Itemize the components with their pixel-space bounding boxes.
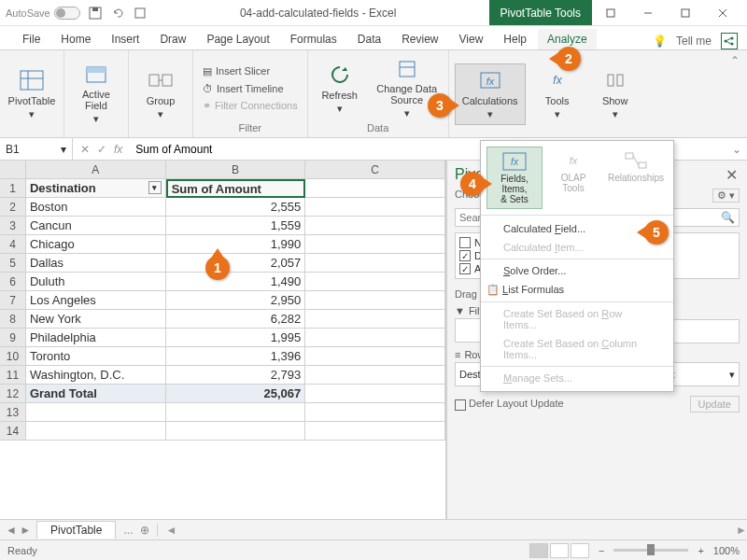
filter-dropdown-icon[interactable]: ▾ xyxy=(148,181,162,194)
tab-formulas[interactable]: Formulas xyxy=(281,29,346,49)
cell[interactable]: 2,950 xyxy=(166,291,306,310)
cell[interactable]: 25,067 xyxy=(166,385,306,403)
cell[interactable]: 2,057 xyxy=(166,254,306,273)
sheet-nav-arrows[interactable]: ◄ ► xyxy=(0,524,36,537)
cell[interactable]: 1,990 xyxy=(166,235,306,254)
cell[interactable]: 2,793 xyxy=(166,366,306,385)
cell[interactable]: Washington, D.C. xyxy=(26,366,166,385)
cell[interactable]: Grand Total xyxy=(26,385,166,403)
row-header[interactable]: 14 xyxy=(0,422,26,441)
row-header[interactable]: 10 xyxy=(0,347,26,366)
zoom-slider[interactable] xyxy=(613,549,688,552)
update-button[interactable]: Update xyxy=(690,396,740,413)
autosave-control[interactable]: AutoSave xyxy=(6,7,80,20)
tab-review[interactable]: Review xyxy=(392,29,447,49)
ribbon-options-icon[interactable] xyxy=(592,0,629,26)
cell[interactable]: 1,490 xyxy=(166,273,306,291)
collapse-ribbon-icon[interactable]: ⌃ xyxy=(723,50,747,137)
save-icon[interactable] xyxy=(88,6,103,21)
chevron-down-icon[interactable]: ▾ xyxy=(729,369,735,381)
cell[interactable]: Chicago xyxy=(26,235,166,254)
checkbox-icon[interactable] xyxy=(455,399,466,411)
enter-icon[interactable]: ✓ xyxy=(97,143,106,156)
undo-icon[interactable] xyxy=(110,6,125,21)
cell[interactable] xyxy=(305,422,445,441)
expand-formula-bar-icon[interactable]: ⌄ xyxy=(726,143,747,156)
cell[interactable] xyxy=(305,273,445,291)
cell[interactable]: Philadelphia xyxy=(26,329,166,347)
close-button[interactable] xyxy=(704,0,741,26)
tab-insert[interactable]: Insert xyxy=(102,29,148,49)
cell[interactable] xyxy=(305,254,445,273)
row-header[interactable]: 12 xyxy=(0,385,26,403)
col-header-b[interactable]: B xyxy=(166,161,306,179)
row-header[interactable]: 9 xyxy=(0,329,26,347)
row-header[interactable]: 4 xyxy=(0,235,26,254)
maximize-button[interactable] xyxy=(667,0,704,26)
sheet-tab-overflow[interactable]: ...⊕ xyxy=(116,524,157,537)
checkbox-icon[interactable]: ✓ xyxy=(459,250,471,261)
cell[interactable] xyxy=(305,403,445,422)
activefield-button[interactable]: Active Field ▾ xyxy=(70,63,122,125)
insert-slicer-button[interactable]: ▤Insert Slicer xyxy=(199,63,302,79)
select-all-corner[interactable] xyxy=(0,161,26,179)
col-header-a[interactable]: A xyxy=(26,161,166,179)
gear-icon[interactable]: ⚙ ▾ xyxy=(712,189,740,203)
cell[interactable] xyxy=(305,217,445,235)
cell[interactable] xyxy=(305,385,445,403)
group-button[interactable]: Group ▾ xyxy=(134,63,187,125)
cell[interactable] xyxy=(305,291,445,310)
checkbox-icon[interactable] xyxy=(459,237,471,248)
cell[interactable] xyxy=(305,310,445,329)
cell[interactable] xyxy=(305,198,445,217)
row-header[interactable]: 6 xyxy=(0,273,26,291)
tab-home[interactable]: Home xyxy=(51,29,100,49)
col-header-c[interactable]: C xyxy=(305,161,445,179)
menu-list-formulas[interactable]: 📋 List Formulas xyxy=(481,280,673,300)
tell-me-icon[interactable]: 💡 xyxy=(653,35,667,48)
cell[interactable]: Destination▾ xyxy=(26,179,166,198)
zoom-in-icon[interactable]: + xyxy=(698,545,703,556)
cell[interactable]: 1,559 xyxy=(166,217,306,235)
minimize-button[interactable] xyxy=(629,0,667,26)
cell[interactable] xyxy=(26,403,166,422)
cell[interactable] xyxy=(305,179,445,198)
fx-icon[interactable]: fx xyxy=(114,143,122,156)
page-layout-view-button[interactable] xyxy=(550,543,569,558)
row-header[interactable]: 3 xyxy=(0,217,26,235)
menu-solve-order[interactable]: Solve Order... xyxy=(481,261,673,280)
cell[interactable]: 2,555 xyxy=(166,198,306,217)
calculations-button[interactable]: fx Calculations ▾ xyxy=(455,63,526,125)
grid-body[interactable]: 1Destination▾Sum of Amount2Boston2,5553C… xyxy=(0,179,445,519)
zoom-out-icon[interactable]: − xyxy=(599,545,604,556)
insert-timeline-button[interactable]: ⏱Insert Timeline xyxy=(199,81,302,96)
cell[interactable] xyxy=(166,403,306,422)
name-box[interactable]: B1▾ xyxy=(0,138,73,160)
cell[interactable] xyxy=(305,329,445,347)
pivottable-button[interactable]: PivotTable ▾ xyxy=(6,63,58,125)
cell[interactable]: Sum of Amount xyxy=(166,179,306,198)
cell[interactable]: Boston xyxy=(26,198,166,217)
cancel-icon[interactable]: ✕ xyxy=(80,143,90,156)
row-header[interactable]: 2 xyxy=(0,198,26,217)
show-button[interactable]: Show ▾ xyxy=(589,63,641,125)
cell[interactable] xyxy=(166,422,306,441)
chevron-down-icon[interactable]: ▾ xyxy=(61,143,66,156)
cell[interactable]: 1,995 xyxy=(166,329,306,347)
horizontal-scrollbar[interactable]: ◄ ► xyxy=(157,524,747,537)
add-sheet-icon[interactable]: ⊕ xyxy=(140,524,149,537)
tab-draw[interactable]: Draw xyxy=(150,29,195,49)
share-icon[interactable] xyxy=(721,33,738,49)
row-header[interactable]: 7 xyxy=(0,291,26,310)
new-icon[interactable] xyxy=(133,6,148,21)
tab-view[interactable]: View xyxy=(450,29,493,49)
cell[interactable]: New York xyxy=(26,310,166,329)
row-header[interactable]: 8 xyxy=(0,310,26,329)
page-break-view-button[interactable] xyxy=(571,543,589,558)
cell[interactable] xyxy=(305,366,445,385)
cell[interactable]: Cancun xyxy=(26,217,166,235)
cell[interactable]: Dallas xyxy=(26,254,166,273)
checkbox-icon[interactable]: ✓ xyxy=(459,263,471,274)
row-header[interactable]: 13 xyxy=(0,403,26,422)
cell[interactable] xyxy=(305,347,445,366)
